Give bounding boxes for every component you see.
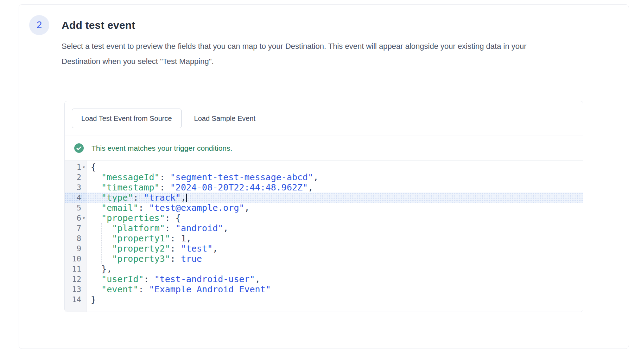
code-rows: 1▾{2 "messageId": "segment-test-message-… xyxy=(65,161,583,305)
code-content: { xyxy=(87,162,96,172)
code-line[interactable]: 12 "userId": "test-android-user", xyxy=(65,274,583,284)
code-token xyxy=(91,274,101,284)
line-number-gutter[interactable]: 12 xyxy=(65,274,87,284)
code-line[interactable]: 2 "messageId": "segment-test-message-abc… xyxy=(65,172,583,182)
code-token: : xyxy=(170,254,181,264)
code-token: "2024-08-20T22:44:48.962Z" xyxy=(170,182,308,193)
step-number-badge: 2 xyxy=(29,15,49,35)
code-token: true xyxy=(181,254,202,264)
code-token: 1 xyxy=(181,233,186,243)
code-token: "platform" xyxy=(112,223,165,233)
code-token: , xyxy=(223,223,228,233)
code-content: "property1": 1, xyxy=(87,233,191,243)
code-token: : xyxy=(138,203,149,213)
code-line[interactable]: 13 "event": "Example Android Event" xyxy=(65,284,583,294)
code-line[interactable]: 4 "type": "track", xyxy=(65,193,583,203)
line-number-gutter[interactable]: 2 xyxy=(65,172,87,182)
code-token: : xyxy=(133,193,144,203)
code-token xyxy=(91,223,112,233)
add-test-event-card: 2 Add test event Select a test event to … xyxy=(19,4,629,349)
code-token: "property1" xyxy=(112,233,170,243)
line-number-gutter[interactable]: 11 xyxy=(65,264,87,274)
line-number: 14 xyxy=(65,294,81,305)
fold-spacer xyxy=(81,284,87,294)
fold-spacer xyxy=(81,223,87,233)
card-header: 2 Add test event Select a test event to … xyxy=(19,5,629,75)
fold-spacer xyxy=(81,264,87,274)
code-token: "property2" xyxy=(112,243,170,254)
load-sample-event-button[interactable]: Load Sample Event xyxy=(185,109,265,128)
line-number: 4 xyxy=(65,193,81,203)
event-source-toolbar: Load Test Event from Source Load Sample … xyxy=(65,101,583,136)
line-number-gutter[interactable]: 3 xyxy=(65,182,87,193)
code-token xyxy=(91,203,101,213)
code-line[interactable]: 8 "property1": 1, xyxy=(65,233,583,243)
fold-spacer xyxy=(81,193,87,203)
code-token: "test@example.org" xyxy=(149,203,245,213)
code-token: : { xyxy=(165,213,181,223)
line-number-gutter[interactable]: 13 xyxy=(65,284,87,294)
code-line[interactable]: 1▾{ xyxy=(65,162,583,172)
line-number-gutter[interactable]: 4 xyxy=(65,193,87,203)
fold-caret-icon[interactable]: ▾ xyxy=(81,162,87,172)
load-test-event-from-source-button[interactable]: Load Test Event from Source xyxy=(72,109,182,128)
code-token: "property3" xyxy=(112,254,170,264)
code-line[interactable]: 11 }, xyxy=(65,264,583,274)
line-number: 9 xyxy=(65,243,81,254)
code-content: "type": "track", xyxy=(87,193,187,203)
code-token: : xyxy=(160,182,170,193)
code-line[interactable]: 9 "property2": "test", xyxy=(65,243,583,254)
code-token: : xyxy=(144,274,154,284)
code-token: "test-android-user" xyxy=(154,274,255,284)
line-number-gutter[interactable]: 14 xyxy=(65,294,87,305)
step-title: Add test event xyxy=(62,19,135,31)
code-token xyxy=(91,213,101,223)
code-token: , xyxy=(186,233,191,243)
line-number: 13 xyxy=(65,284,81,294)
code-token: : xyxy=(170,233,181,243)
check-circle-icon xyxy=(74,143,84,153)
code-token: , xyxy=(245,203,250,213)
line-number: 12 xyxy=(65,274,81,284)
line-number-gutter[interactable]: 7 xyxy=(65,223,87,233)
line-number: 11 xyxy=(65,264,81,274)
code-token xyxy=(91,172,101,182)
line-number-gutter[interactable]: 1▾ xyxy=(65,162,87,172)
line-number: 6 xyxy=(65,213,81,223)
line-number-gutter[interactable]: 6▾ xyxy=(65,213,87,223)
code-token: "type" xyxy=(101,193,133,203)
fold-spacer xyxy=(81,254,87,264)
line-number: 7 xyxy=(65,223,81,233)
step-description: Select a test event to preview the field… xyxy=(62,39,609,69)
card-body: Load Test Event from Source Load Sample … xyxy=(19,75,629,312)
code-token: "segment-test-message-abcd" xyxy=(170,172,313,182)
line-number: 10 xyxy=(65,254,81,264)
trigger-match-status: This event matches your trigger conditio… xyxy=(65,136,583,161)
code-token: "event" xyxy=(101,284,138,294)
line-number-gutter[interactable]: 9 xyxy=(65,243,87,254)
step-description-line-2: Destination when you select "Test Mappin… xyxy=(62,54,609,69)
code-token: : xyxy=(170,243,181,254)
code-token: , xyxy=(181,193,186,203)
code-token: }, xyxy=(101,264,112,274)
line-number-gutter[interactable]: 8 xyxy=(65,233,87,243)
code-line[interactable]: 5 "email": "test@example.org", xyxy=(65,203,583,213)
code-line[interactable]: 3 "timestamp": "2024-08-20T22:44:48.962Z… xyxy=(65,182,583,193)
code-token: "email" xyxy=(101,203,138,213)
status-message: This event matches your trigger conditio… xyxy=(91,144,232,152)
code-line[interactable]: 10 "property3": true xyxy=(65,254,583,264)
line-number: 1 xyxy=(65,162,81,172)
line-number-gutter[interactable]: 10 xyxy=(65,254,87,264)
fold-spacer xyxy=(81,274,87,284)
json-code-editor[interactable]: 1▾{2 "messageId": "segment-test-message-… xyxy=(65,161,583,312)
test-event-panel: Load Test Event from Source Load Sample … xyxy=(64,101,583,312)
code-content: "messageId": "segment-test-message-abcd"… xyxy=(87,172,318,182)
code-token: , xyxy=(313,172,318,182)
code-line[interactable]: 14} xyxy=(65,294,583,305)
line-number-gutter[interactable]: 5 xyxy=(65,203,87,213)
code-content: "userId": "test-android-user", xyxy=(87,274,260,284)
code-line[interactable]: 7 "platform": "android", xyxy=(65,223,583,233)
code-content: } xyxy=(87,294,96,305)
code-line[interactable]: 6▾ "properties": { xyxy=(65,213,583,223)
fold-caret-icon[interactable]: ▾ xyxy=(81,213,87,223)
